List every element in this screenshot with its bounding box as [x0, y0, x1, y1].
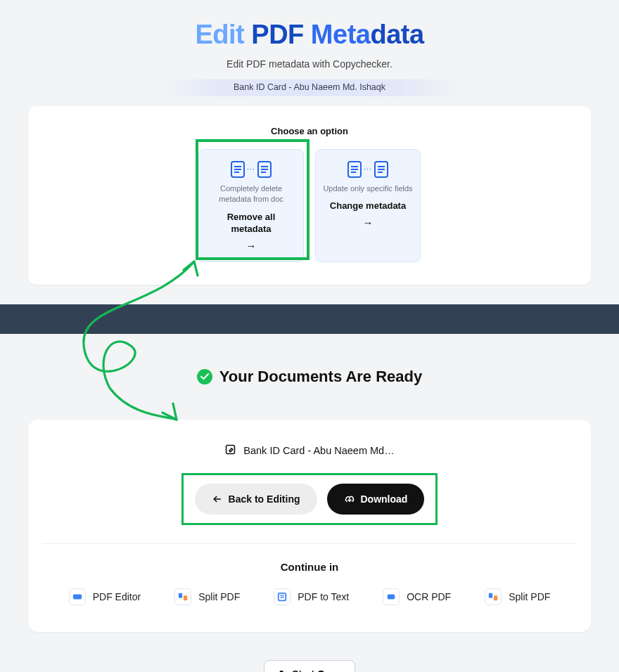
option-remove-metadata[interactable]: ··· Completely delete metadata from doc … [198, 149, 304, 262]
tool-label: PDF to Text [298, 591, 349, 602]
tool-label: Split PDF [198, 591, 240, 602]
split-pdf-icon [485, 588, 502, 605]
tool-pdf-to-text[interactable]: PDF to Text [274, 588, 349, 605]
svg-rect-20 [184, 595, 187, 600]
result-doc-name: Bank ID Card - Abu Naeem Md… [243, 445, 394, 456]
download-button[interactable]: Download [327, 484, 425, 515]
annotation-highlight-actions: Back to Editing Download [181, 473, 438, 525]
title-word-data: data [370, 20, 423, 49]
svg-rect-26 [494, 595, 497, 600]
results-card: Bank ID Card - Abu Naeem Md… Back to Edi… [28, 420, 591, 632]
option-change-metadata[interactable]: ··· Update only specific fields Change m… [315, 149, 421, 262]
split-pdf-icon [174, 588, 191, 605]
arrow-right-icon: → [206, 240, 296, 252]
start-over-label: Start Over [292, 668, 340, 672]
change-option-title: Change metadata [323, 200, 413, 212]
svg-rect-24 [388, 594, 395, 599]
title-word-edit: Edit [195, 20, 244, 49]
change-option-desc: Update only specific fields [323, 183, 413, 194]
pdf-editor-icon [69, 588, 86, 605]
tool-label: PDF Editor [93, 591, 141, 602]
back-button-label: Back to Editing [229, 493, 300, 505]
tool-split-pdf[interactable]: Split PDF [174, 588, 240, 605]
svg-rect-19 [179, 593, 182, 598]
arrow-right-icon: → [323, 217, 413, 228]
page-subtitle: Edit PDF metadata with Copychecker. [0, 58, 619, 70]
page-title: Edit PDF Metadata [0, 20, 619, 50]
back-to-editing-button[interactable]: Back to Editing [195, 484, 317, 515]
tool-ocr-pdf[interactable]: OCR PDF [383, 588, 451, 605]
tool-label: OCR PDF [407, 591, 451, 602]
svg-rect-18 [73, 594, 82, 599]
download-button-label: Download [361, 493, 408, 505]
section-divider-band [0, 304, 619, 334]
remove-option-title: Remove all metadata [206, 211, 296, 235]
option-card-container: Choose an option ··· Completely delete m… [28, 106, 591, 285]
pdf-to-text-icon [274, 588, 291, 605]
documents-ready-title: Your Documents Are Ready [219, 368, 423, 386]
remove-docs-icon: ··· [206, 161, 296, 178]
choose-option-heading: Choose an option [42, 126, 577, 136]
remove-option-desc: Completely delete metadata from doc [206, 183, 296, 205]
change-docs-icon: ··· [323, 161, 413, 178]
current-filename: Bank ID Card - Abu Naeem Md. Ishaqk [158, 79, 461, 96]
tool-pdf-editor[interactable]: PDF Editor [69, 588, 141, 605]
restart-icon: ↻ [279, 668, 288, 672]
tool-split-pdf-2[interactable]: Split PDF [485, 588, 550, 605]
edit-doc-icon [224, 444, 236, 458]
ocr-pdf-icon [383, 588, 400, 605]
tool-label: Split PDF [509, 591, 550, 602]
continue-in-label: Continue in [42, 561, 577, 573]
check-circle-icon [197, 369, 212, 385]
card-divider [42, 543, 577, 544]
start-over-button[interactable]: ↻Start Over [264, 660, 355, 672]
title-word-pdf: PDF [251, 20, 304, 49]
svg-rect-21 [279, 593, 286, 601]
svg-rect-25 [489, 593, 492, 598]
title-word-meta: Meta [311, 20, 371, 49]
